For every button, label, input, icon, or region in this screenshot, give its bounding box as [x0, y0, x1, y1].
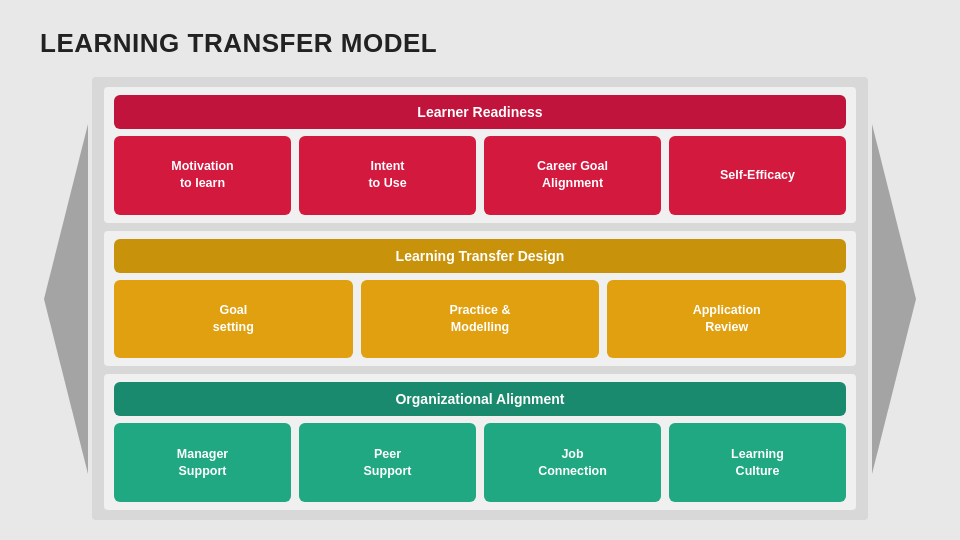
learning-transfer-design-items: Goalsetting Practice &Modelling Applicat…: [114, 280, 846, 359]
organizational-alignment-header: Organizational Alignment: [114, 382, 846, 416]
learner-readiness-header: Learner Readiness: [114, 95, 846, 129]
item-career-goal-alignment: Career GoalAlignment: [484, 136, 661, 215]
svg-marker-0: [44, 124, 88, 474]
item-job-connection: JobConnection: [484, 423, 661, 502]
section-learner-readiness: Learner Readiness Motivationto learn Int…: [104, 87, 856, 223]
item-practice-modelling: Practice &Modelling: [361, 280, 600, 359]
learning-transfer-design-header: Learning Transfer Design: [114, 239, 846, 273]
item-motivation-to-learn: Motivationto learn: [114, 136, 291, 215]
section-learning-transfer-design: Learning Transfer Design Goalsetting Pra…: [104, 231, 856, 367]
learner-readiness-items: Motivationto learn Intentto Use Career G…: [114, 136, 846, 215]
item-peer-support: PeerSupport: [299, 423, 476, 502]
item-goal-setting: Goalsetting: [114, 280, 353, 359]
item-self-efficacy: Self-Efficacy: [669, 136, 846, 215]
organizational-alignment-items: ManagerSupport PeerSupport JobConnection…: [114, 423, 846, 502]
main-content: Learner Readiness Motivationto learn Int…: [92, 77, 868, 520]
item-application-review: ApplicationReview: [607, 280, 846, 359]
item-manager-support: ManagerSupport: [114, 423, 291, 502]
item-intent-to-use: Intentto Use: [299, 136, 476, 215]
item-learning-culture: LearningCulture: [669, 423, 846, 502]
right-arrow: [868, 77, 920, 520]
page-title: LEARNING TRANSFER MODEL: [40, 28, 920, 59]
section-organizational-alignment: Organizational Alignment ManagerSupport …: [104, 374, 856, 510]
left-arrow: [40, 77, 92, 520]
svg-marker-1: [872, 124, 916, 474]
diagram-wrapper: Learner Readiness Motivationto learn Int…: [40, 77, 920, 520]
